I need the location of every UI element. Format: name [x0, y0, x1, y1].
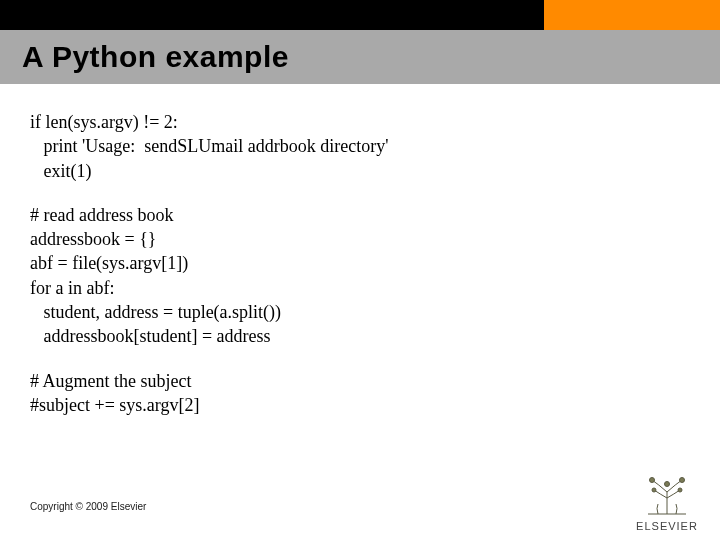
svg-point-1: [680, 478, 685, 483]
accent-block: [544, 0, 720, 30]
elsevier-tree-icon: [638, 474, 696, 518]
svg-point-4: [665, 482, 670, 487]
publisher-logo: ELSEVIER: [628, 474, 706, 532]
svg-point-0: [650, 478, 655, 483]
slide: A Python example if len(sys.argv) != 2: …: [0, 0, 720, 540]
copyright-text: Copyright © 2009 Elsevier: [30, 501, 146, 512]
spacer: [30, 349, 690, 369]
code-block-3: # Augment the subject #subject += sys.ar…: [30, 369, 690, 418]
slide-title: A Python example: [22, 40, 289, 74]
title-bar: A Python example: [0, 30, 720, 84]
publisher-name: ELSEVIER: [628, 520, 706, 532]
svg-point-3: [678, 488, 682, 492]
code-block-1: if len(sys.argv) != 2: print 'Usage: sen…: [30, 110, 690, 183]
slide-body: if len(sys.argv) != 2: print 'Usage: sen…: [30, 110, 690, 480]
svg-point-2: [652, 488, 656, 492]
spacer: [30, 183, 690, 203]
code-block-2: # read address book addressbook = {} abf…: [30, 203, 690, 349]
